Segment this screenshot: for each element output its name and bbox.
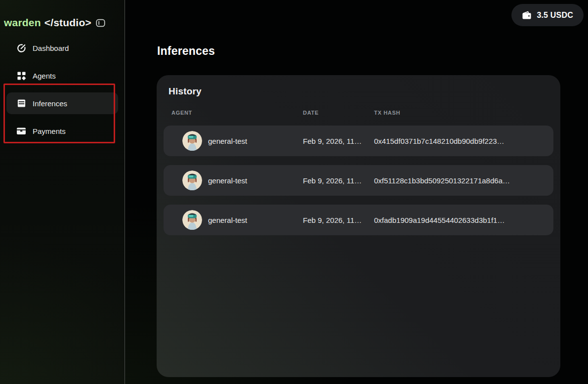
main-content: 3.5 USDC Inferences History AGENT DATE T… xyxy=(125,0,588,384)
tx-hash: 0xf51128c1b3bd5092501322171a8d6a… xyxy=(374,176,546,185)
agent-cell: general-test xyxy=(171,131,303,151)
page-title: Inferences xyxy=(157,44,215,58)
sidebar-item-label: Dashboard xyxy=(33,44,69,52)
column-header-agent: AGENT xyxy=(171,110,303,116)
wallet-icon xyxy=(522,11,532,20)
history-card: History AGENT DATE TX HASH xyxy=(157,75,560,377)
inference-date: Feb 9, 2026, 11… xyxy=(303,216,374,224)
logo-text-studio: </studio> xyxy=(44,17,91,29)
sidebar-item-payments[interactable]: Payments xyxy=(6,120,118,142)
tx-hash: 0x415df0371b7c148210db90db9f223… xyxy=(374,137,546,145)
history-table-header: AGENT DATE TX HASH xyxy=(157,110,560,116)
agent-avatar xyxy=(182,210,202,230)
gauge-icon xyxy=(16,43,26,53)
sidebar-collapse-icon[interactable] xyxy=(96,19,105,27)
tx-hash: 0xfadb1909a19d44554402633d3b1f1… xyxy=(374,216,546,224)
sidebar-item-inferences[interactable]: Inferences xyxy=(6,92,118,114)
sidebar-item-label: Agents xyxy=(33,72,56,80)
sidebar-item-agents[interactable]: Agents xyxy=(6,65,118,86)
grid-icon xyxy=(16,71,26,81)
table-row[interactable]: general-test Feb 9, 2026, 11… 0xf51128c1… xyxy=(164,165,553,196)
agent-cell: general-test xyxy=(171,210,303,230)
agent-name: general-test xyxy=(208,216,247,224)
sidebar-item-label: Inferences xyxy=(33,99,67,108)
wallet-icon xyxy=(16,126,26,136)
sidebar-nav: Dashboard Agents Inferenc xyxy=(0,37,125,142)
app-logo: warden </studio> xyxy=(0,0,125,35)
rows-icon xyxy=(16,98,26,108)
agent-avatar xyxy=(182,171,202,190)
history-card-title: History xyxy=(168,86,560,97)
agent-avatar xyxy=(182,131,202,151)
logo-text-warden: warden xyxy=(4,17,41,29)
inference-date: Feb 9, 2026, 11… xyxy=(303,176,374,185)
history-rows: general-test Feb 9, 2026, 11… 0x415df037… xyxy=(164,126,553,235)
table-row[interactable]: general-test Feb 9, 2026, 11… 0x415df037… xyxy=(164,126,553,156)
sidebar: warden </studio> Dashboard xyxy=(0,0,125,384)
wallet-balance-button[interactable]: 3.5 USDC xyxy=(511,4,584,26)
wallet-balance-text: 3.5 USDC xyxy=(537,11,573,20)
agent-name: general-test xyxy=(208,137,247,145)
sidebar-item-dashboard[interactable]: Dashboard xyxy=(6,37,118,59)
agent-name: general-test xyxy=(208,176,247,185)
column-header-date: DATE xyxy=(303,110,374,116)
agent-cell: general-test xyxy=(171,171,303,190)
table-row[interactable]: general-test Feb 9, 2026, 11… 0xfadb1909… xyxy=(164,205,553,235)
column-header-txhash: TX HASH xyxy=(374,110,546,116)
sidebar-item-label: Payments xyxy=(33,127,66,135)
inference-date: Feb 9, 2026, 11… xyxy=(303,137,374,145)
